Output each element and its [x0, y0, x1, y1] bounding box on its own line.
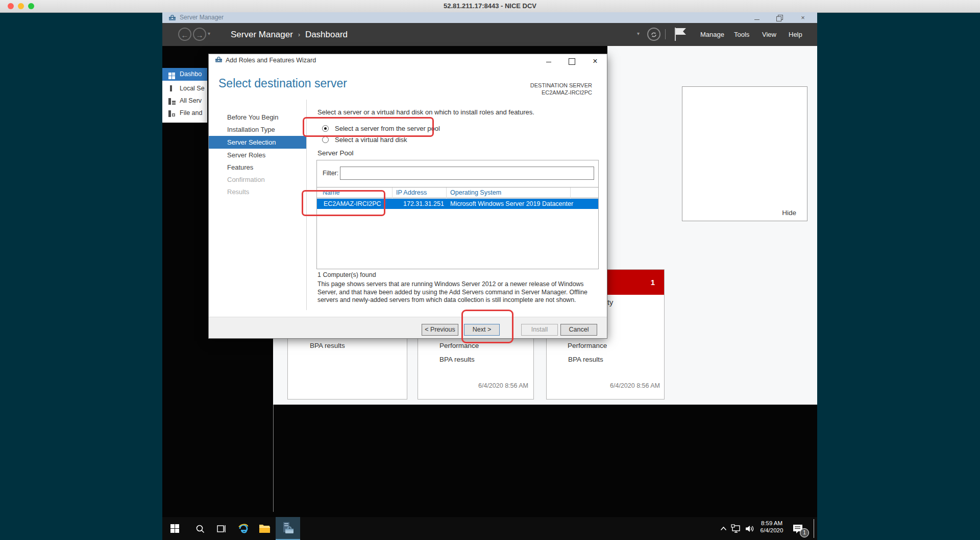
wizard-nav-results: Results	[227, 188, 249, 196]
sidebar-item-local-server[interactable]: Local Se	[162, 83, 207, 93]
mac-titlebar[interactable]: 52.81.211.17:8443 - NICE DCV	[0, 0, 980, 13]
tile3-manageability-partial[interactable]: ty	[607, 298, 613, 307]
storage-icon	[168, 110, 176, 118]
tray-chevron-up-icon[interactable]	[717, 517, 730, 540]
refresh-dropdown-icon[interactable]: ▾	[637, 31, 640, 36]
computers-found-text: 1 Computer(s) found	[317, 271, 376, 278]
breadcrumb-separator-icon: ›	[298, 31, 300, 38]
server-manager-taskbar-icon[interactable]	[276, 517, 300, 540]
show-desktop-divider[interactable]	[814, 519, 814, 538]
wizard-nav-server-selection[interactable]: Server Selection	[227, 138, 276, 146]
header-divider	[665, 29, 666, 39]
destination-server-value: EC2AMAZ-IRCI2PC	[439, 89, 592, 96]
tile2-timestamp: 6/4/2020 8:56 AM	[459, 382, 528, 389]
tile3-timestamp: 6/4/2020 8:56 AM	[591, 382, 660, 389]
window-minimize-button[interactable]	[752, 13, 762, 22]
menu-help[interactable]: Help	[789, 23, 802, 46]
previous-button[interactable]: < Previous	[422, 324, 458, 336]
radio-virtual-hard-disk-label[interactable]: Select a virtual hard disk	[335, 136, 407, 144]
wizard-app-icon	[215, 56, 223, 65]
annotation-box-server-row	[302, 190, 385, 216]
server-pool-label: Server Pool	[317, 149, 354, 157]
column-header-ip[interactable]: IP Address	[396, 189, 427, 196]
column-divider	[392, 187, 393, 198]
screen: 52.81.211.17:8443 - NICE DCV Server Mana…	[0, 0, 980, 540]
destination-server-block: DESTINATION SERVER EC2AMAZ-IRCI2PC	[439, 82, 592, 96]
servers-icon	[168, 98, 176, 106]
sidebar-item-dashboard[interactable]: Dashbo	[162, 68, 207, 81]
wizard-nav-server-roles[interactable]: Server Roles	[227, 151, 265, 159]
search-icon[interactable]	[190, 517, 210, 540]
breadcrumb: Server Manager › Dashboard	[231, 23, 348, 46]
wizard-close-button[interactable]: ×	[590, 56, 601, 66]
alert-count: 1	[651, 278, 655, 287]
window-title: Server Manager	[180, 12, 224, 23]
cancel-button[interactable]: Cancel	[560, 324, 597, 336]
sidebar-item-label: All Serv	[180, 96, 202, 106]
dashboard-grid-icon	[168, 71, 175, 81]
wizard-description-text: This page shows servers that are running…	[317, 280, 596, 304]
tile2-bpa-results-link[interactable]: BPA results	[439, 356, 475, 363]
tray-time: 8:59 AM	[757, 520, 786, 527]
destination-server-label: DESTINATION SERVER	[439, 82, 592, 89]
tray-date: 6/4/2020	[757, 527, 786, 534]
annotation-box-radio	[303, 117, 434, 137]
tile1-bpa-results-link[interactable]: BPA results	[310, 342, 345, 349]
filter-input[interactable]	[340, 167, 594, 180]
welcome-tile-panel	[682, 86, 807, 221]
wizard-nav-installation-type[interactable]: Installation Type	[227, 126, 275, 133]
nav-history-dropdown-icon[interactable]: ▾	[208, 31, 210, 36]
server-manager-titlebar[interactable]	[162, 12, 817, 23]
server-icon	[170, 85, 172, 91]
menu-manage[interactable]: Manage	[700, 23, 724, 46]
tile3-bpa-results-link[interactable]: BPA results	[568, 356, 603, 363]
sidebar-item-file-storage[interactable]: File and	[162, 108, 207, 118]
breadcrumb-root[interactable]: Server Manager	[231, 30, 293, 40]
wizard-title: Add Roles and Features Wizard	[226, 57, 316, 64]
forward-button[interactable]: →	[193, 28, 206, 41]
row-os: Microsoft Windows Server 2019 Datacenter	[450, 200, 573, 207]
sidebar-item-label: File and	[180, 108, 202, 118]
wizard-intro-text: Select a server or a virtual hard disk o…	[317, 108, 534, 116]
start-button[interactable]	[164, 517, 185, 540]
content-edge-line	[273, 405, 274, 512]
wizard-minimize-button[interactable]	[543, 56, 554, 66]
wizard-maximize-button[interactable]	[566, 56, 577, 66]
filter-label: Filter:	[323, 170, 338, 177]
tray-clock[interactable]: 8:59 AM 6/4/2020	[757, 520, 786, 534]
tray-network-icon[interactable]	[729, 517, 743, 540]
wizard-nav-before-you-begin[interactable]: Before You Begin	[227, 113, 278, 121]
hide-link[interactable]: Hide	[766, 209, 796, 217]
column-divider	[446, 187, 447, 198]
remote-session-title: 52.81.211.17:8443 - NICE DCV	[0, 0, 980, 12]
radio-virtual-hard-disk[interactable]	[322, 136, 329, 143]
breadcrumb-current: Dashboard	[305, 30, 348, 40]
annotation-box-next-button	[461, 310, 513, 343]
window-close-button[interactable]: ×	[798, 13, 807, 22]
tile3-performance-link[interactable]: Performance	[568, 342, 607, 349]
action-center-badge: 1	[800, 528, 809, 537]
wizard-heading: Select destination server	[218, 77, 347, 90]
wizard-nav-confirmation: Confirmation	[227, 176, 265, 183]
tray-volume-icon[interactable]	[742, 517, 756, 540]
file-explorer-icon[interactable]	[254, 517, 275, 540]
install-button[interactable]: Install	[521, 324, 558, 336]
refresh-icon[interactable]	[647, 28, 660, 41]
wizard-nav-features[interactable]: Features	[227, 163, 253, 171]
menu-view[interactable]: View	[762, 23, 776, 46]
back-button[interactable]: ←	[178, 28, 191, 41]
window-restore-button[interactable]	[775, 13, 784, 22]
sidebar-item-label: Dashbo	[180, 68, 202, 81]
column-header-os[interactable]: Operating System	[450, 189, 501, 196]
sidebar-item-label: Local Se	[180, 83, 205, 93]
server-manager-app-icon	[168, 14, 176, 24]
menu-tools[interactable]: Tools	[734, 23, 749, 46]
column-divider	[570, 187, 571, 198]
notifications-flag-icon[interactable]	[674, 27, 687, 44]
sidebar-item-all-servers[interactable]: All Serv	[162, 96, 207, 106]
internet-explorer-icon[interactable]	[233, 517, 253, 540]
row-ip: 172.31.31.251	[403, 200, 444, 207]
task-view-icon[interactable]	[211, 517, 232, 540]
